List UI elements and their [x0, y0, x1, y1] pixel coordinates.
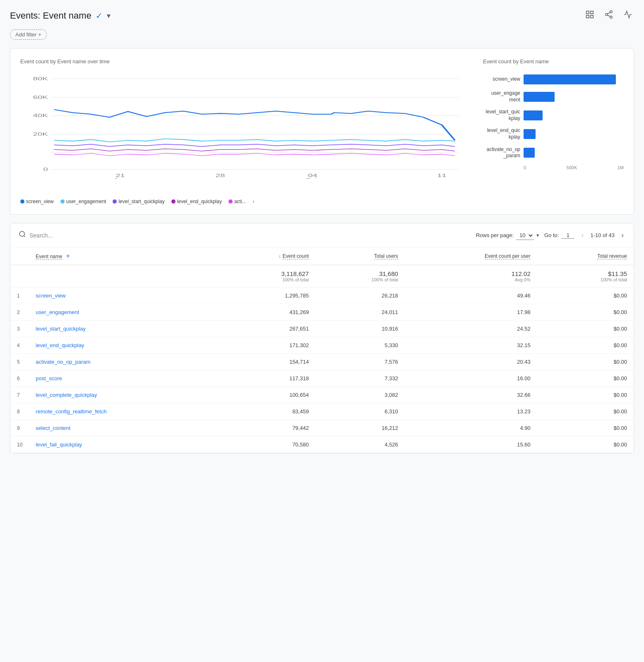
legend-item-activate[interactable]: acti...	[228, 199, 246, 204]
prev-page-button[interactable]: ‹	[579, 230, 585, 240]
title-dropdown-button[interactable]: ▾	[107, 11, 111, 20]
bar-row-level-start: level_start_quickplay	[483, 109, 624, 122]
row-event-name[interactable]: post_score	[29, 370, 218, 387]
table-row: 3 level_start_quickplay 267,651 10,916 2…	[10, 321, 634, 337]
bar-row-user-engagement: user_engagement	[483, 90, 624, 103]
row-total-revenue: $0.00	[537, 321, 634, 337]
table-section: Rows per page: 10 25 50 ▾ Go to: ‹ 1-10 …	[10, 223, 634, 453]
row-total-users: 16,212	[315, 420, 405, 437]
page-title: Events: Event name	[10, 10, 91, 21]
row-event-count-per-user: 17.98	[405, 304, 537, 321]
table-row: 6 post_score 117,318 7,332 16.00 $0.00	[10, 370, 634, 387]
svg-rect-2	[586, 15, 589, 18]
table-row: 7 level_complete_quickplay 100,654 3,082…	[10, 387, 634, 403]
legend-dot-user-engagement	[60, 199, 65, 204]
row-event-name[interactable]: user_engagement	[29, 304, 218, 321]
row-total-users: 6,310	[315, 403, 405, 420]
row-total-revenue: $0.00	[537, 337, 634, 354]
svg-text:04: 04	[308, 173, 317, 178]
row-total-revenue: $0.00	[537, 437, 634, 453]
legend-more-button[interactable]: ›	[253, 199, 255, 204]
row-total-users: 7,332	[315, 370, 405, 387]
row-event-name[interactable]: level_fail_quickplay	[29, 437, 218, 453]
col-header-event-count-per-user[interactable]: Event count per user	[405, 247, 537, 265]
row-event-name[interactable]: level_end_quickplay	[29, 337, 218, 354]
svg-text:0: 0	[43, 167, 48, 172]
row-event-count-per-user: 24.52	[405, 321, 537, 337]
chart-view-button[interactable]	[584, 8, 596, 23]
row-index: 8	[10, 403, 29, 420]
row-total-users: 10,916	[315, 321, 405, 337]
row-event-count-per-user: 49.46	[405, 288, 537, 304]
legend-item-level-start[interactable]: level_start_quickplay	[113, 199, 164, 204]
table-row: 8 remote_config_realtime_fetch 83,459 6,…	[10, 403, 634, 420]
row-event-name[interactable]: level_complete_quickplay	[29, 387, 218, 403]
bar-label-user-engagement: user_engagement	[483, 90, 520, 103]
table-row: 2 user_engagement 431,269 24,011 17.98 $…	[10, 304, 634, 321]
row-event-count: 1,295,785	[218, 288, 315, 304]
legend-item-user-engagement[interactable]: user_engagement	[60, 199, 106, 204]
search-input[interactable]	[29, 232, 469, 239]
charts-card: Event count by Event name over time 80K …	[10, 48, 634, 215]
row-event-count: 431,269	[218, 304, 315, 321]
next-page-button[interactable]: ›	[620, 230, 625, 240]
goto-input[interactable]	[561, 232, 574, 239]
legend-label-screen-view: screen_view	[26, 199, 54, 204]
add-filter-button[interactable]: Add filter +	[10, 29, 47, 40]
row-event-count: 83,459	[218, 403, 315, 420]
col-header-total-users[interactable]: Total users	[315, 247, 405, 265]
legend-item-level-end[interactable]: level_end_quickplay	[171, 199, 222, 204]
bar-label-activate: activate_no_op_param	[483, 146, 520, 159]
share-button[interactable]	[603, 8, 615, 23]
total-users: 31,680	[322, 270, 398, 277]
line-chart: 80K 60K 40K 20K 0	[20, 71, 466, 195]
row-event-count: 70,580	[218, 437, 315, 453]
bar-row-level-end: level_end_quickplay	[483, 127, 624, 140]
row-event-count: 171,302	[218, 337, 315, 354]
row-event-name[interactable]: select_content	[29, 420, 218, 437]
sort-arrow-icon: ↓	[279, 253, 281, 259]
svg-text:20K: 20K	[33, 132, 48, 137]
row-index: 9	[10, 420, 29, 437]
row-event-count: 154,714	[218, 354, 315, 370]
svg-rect-1	[591, 11, 593, 14]
bar-row-screen-view: screen_view	[483, 74, 624, 84]
bar-label-screen-view: screen_view	[483, 76, 520, 83]
bar-label-level-start: level_start_quickplay	[483, 109, 520, 122]
total-event-count: 3,118,627	[224, 270, 309, 277]
total-revenue-sub: 100% of total	[544, 277, 627, 282]
col-header-total-revenue[interactable]: Total revenue	[537, 247, 634, 265]
row-event-name[interactable]: screen_view	[29, 288, 218, 304]
svg-line-8	[608, 12, 610, 14]
svg-text:Feb: Feb	[305, 178, 320, 179]
table-row: 10 level_fail_quickplay 70,580 4,526 15.…	[10, 437, 634, 453]
rows-per-page-select[interactable]: 10 25 50	[516, 231, 534, 240]
col-header-event-count[interactable]: ↓Event count	[218, 247, 315, 265]
row-index: 5	[10, 354, 29, 370]
row-event-count-per-user: 32.66	[405, 387, 537, 403]
add-column-button[interactable]: +	[66, 252, 70, 259]
bar-fill-screen-view	[524, 74, 616, 84]
row-total-users: 24,011	[315, 304, 405, 321]
row-total-revenue: $0.00	[537, 354, 634, 370]
row-event-name[interactable]: level_start_quickplay	[29, 321, 218, 337]
svg-text:40K: 40K	[33, 113, 48, 118]
bar-fill-level-end	[524, 129, 536, 139]
svg-text:28: 28	[216, 173, 225, 178]
legend-label-level-end: level_end_quickplay	[177, 199, 222, 204]
total-revenue: $11.35	[544, 270, 627, 277]
legend-label-activate: acti...	[234, 199, 246, 204]
goto-label: Go to:	[544, 232, 559, 238]
svg-rect-0	[586, 11, 589, 14]
legend-item-screen-view[interactable]: screen_view	[20, 199, 54, 204]
row-total-users: 3,082	[315, 387, 405, 403]
totals-row: 3,118,627 100% of total 31,680 100% of t…	[10, 265, 634, 288]
row-index: 10	[10, 437, 29, 453]
bar-chart-title: Event count by Event name	[483, 58, 624, 65]
row-index: 7	[10, 387, 29, 403]
row-event-name[interactable]: remote_config_realtime_fetch	[29, 403, 218, 420]
rows-dropdown-icon: ▾	[536, 232, 539, 238]
data-table: Event name + ↓Event count Total users Ev…	[10, 247, 634, 453]
explore-button[interactable]	[622, 8, 634, 23]
row-event-name[interactable]: activate_no_op_param	[29, 354, 218, 370]
